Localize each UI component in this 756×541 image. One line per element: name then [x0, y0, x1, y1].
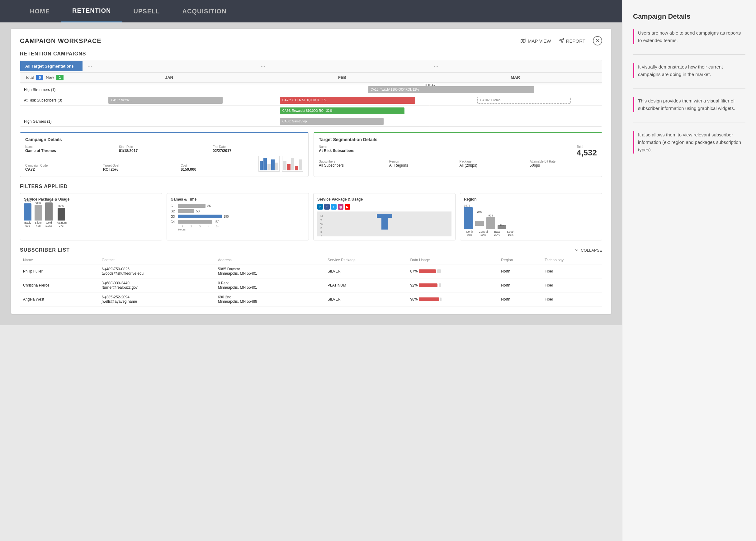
- subscriber-section: SUBSCRIBER LIST COLLAPSE Name Contact Ad…: [20, 247, 602, 306]
- filter-card-title-1: Service Package & Usage: [24, 197, 158, 202]
- month-feb: FEB: [256, 74, 429, 81]
- youtube-icon[interactable]: ▶: [345, 204, 350, 210]
- col-name: Name: [20, 256, 99, 265]
- nav-upsell[interactable]: UPSELL: [122, 0, 171, 22]
- map-icon: [520, 38, 526, 44]
- bit-rate-label: Attainable Bit Rate: [530, 160, 597, 163]
- subscriber-name-1: Philip Fuller: [20, 265, 99, 278]
- bar-ca66[interactable]: CA66: Rewards/ $10,000/ ROI: 32%: [280, 108, 404, 114]
- campaign-row-high-streamers: High Streamers (1) CA13: Twitch/ $100,00…: [20, 84, 602, 95]
- start-label: Start Date: [119, 145, 209, 149]
- col-contact: Contact: [99, 256, 215, 265]
- bar-ca72[interactable]: CA72: G.O.T/ $150,000/ R... 5%: [280, 97, 415, 104]
- campaign-workspace: CAMPAIGN WORKSPACE MAP VIEW REPORT ✕ RET…: [11, 29, 611, 314]
- goal-label: Target Goal: [103, 164, 178, 167]
- col-package: Service Package: [324, 256, 407, 265]
- filter-card-region: Region 1972 245 978: [460, 193, 602, 241]
- subscriber-table: Name Contact Address Service Package Dat…: [20, 256, 602, 306]
- workspace-title: CAMPAIGN WORKSPACE: [20, 37, 102, 45]
- col-region: Region: [498, 256, 542, 265]
- map-view-btn[interactable]: MAP VIEW: [520, 38, 551, 44]
- bar-ca80[interactable]: CA80: GameStop...: [280, 118, 384, 125]
- subscriber-region-2: North: [498, 278, 542, 292]
- sidebar-text-3: This design provides them with a visual …: [638, 97, 745, 112]
- row-label-high-gamers: High Gamers (1): [20, 119, 83, 124]
- subscriber-usage-1: 87%: [407, 265, 498, 278]
- cost-value: $150,000: [181, 167, 255, 172]
- subscriber-name-3: Angela West: [20, 292, 99, 306]
- nav-retention[interactable]: RETENTION: [61, 0, 122, 22]
- collapse-icon: [574, 248, 579, 252]
- nav-acquisition[interactable]: ACQUISITION: [171, 0, 237, 22]
- bit-rate-value: 50bps: [530, 163, 597, 168]
- subscriber-title: SUBSCRIBER LIST: [20, 247, 70, 253]
- filter-card-games: Games & Time G1 86 G2 50: [167, 193, 309, 241]
- report-btn[interactable]: REPORT: [559, 38, 585, 44]
- subscriber-region-1: North: [498, 265, 542, 278]
- twitter-icon[interactable]: t: [331, 204, 337, 210]
- target-name-label: Name: [319, 145, 354, 149]
- subscriber-contact-1: 6-(489)750-0826 twoods@shuffledrive.edu: [99, 265, 215, 278]
- retention-campaigns: RETENTION CAMPAIGNS All Target Segmentat…: [20, 51, 602, 177]
- subscriber-package-3: SILVER: [324, 292, 407, 306]
- subscriber-tech-1: Fiber: [542, 265, 602, 278]
- month-mar: MAR: [429, 74, 602, 81]
- month-jan: JAN: [83, 74, 256, 81]
- campaign-details-box: Campaign Details Name Game of Thrones St…: [20, 132, 309, 177]
- campaign-details-title: Campaign Details: [25, 137, 303, 142]
- subscriber-row-1: Philip Fuller 6-(489)750-0826 twoods@shu…: [20, 265, 602, 278]
- seg-dots-2[interactable]: ···: [256, 60, 270, 72]
- row-label-at-risk: At Risk Subscribers (3): [20, 98, 83, 103]
- subscriber-address-1: 5085 Daystar Minneapolis, MN 55401: [215, 265, 324, 278]
- subscriber-contact-3: 6-(335)252-2094 jwells@ayaveg.name: [99, 292, 215, 306]
- filter-card-title-3: Service Package & Usage: [317, 197, 452, 202]
- retention-title: RETENTION CAMPAIGNS: [20, 51, 602, 57]
- sidebar-pink-bar-3: [633, 97, 634, 112]
- subscriber-package-1: SILVER: [324, 265, 407, 278]
- bar-ca102[interactable]: CA102: Promo...: [477, 97, 571, 104]
- bar-ca13[interactable]: CA13: Twitch/ $100,000/ ROI: 12%: [368, 86, 534, 93]
- subscriber-contact-2: 3-(688)039-3440 rturner@realbuzz.gov: [99, 278, 215, 292]
- nav-home[interactable]: HOME: [19, 0, 61, 22]
- col-address: Address: [215, 256, 324, 265]
- total-label: Total: [25, 75, 34, 80]
- segmentation-tab[interactable]: All Target Segmentations: [20, 61, 83, 71]
- sidebar-text-4: It also allows them to view relevant sub…: [638, 131, 745, 154]
- facebook-icon[interactable]: f: [324, 204, 330, 210]
- top-nav: HOME RETENTION UPSELL ACQUISITION: [0, 0, 622, 22]
- linkedin-icon[interactable]: in: [317, 204, 323, 210]
- sidebar-text-1: Users are now able to send campaigns as …: [638, 29, 745, 44]
- subscriber-address-3: 690 2nd Minneapolis, MN 55488: [215, 292, 324, 306]
- total-count-badge: 6: [36, 75, 43, 80]
- seg-dots-1[interactable]: ···: [83, 60, 97, 72]
- right-sidebar: Campaign Details Users are now able to s…: [622, 0, 756, 541]
- subscriber-region-3: North: [498, 292, 542, 306]
- new-count-badge: 1: [56, 75, 64, 80]
- region-label: Region: [389, 160, 457, 163]
- package-label: Package: [460, 160, 527, 163]
- instagram-icon[interactable]: ig: [338, 204, 343, 210]
- region-value: All Regions: [389, 163, 457, 168]
- target-details-title: Target Segmentation Details: [319, 137, 597, 142]
- start-value: 01/18/2017: [119, 149, 209, 153]
- campaign-row-rewards: CA66: Rewards/ $10,000/ ROI: 32%: [20, 105, 602, 116]
- sidebar-pink-bar-4: [633, 131, 634, 154]
- bar-cas2[interactable]: CAS2: Netflix...: [108, 97, 222, 104]
- row-label-high-streamers: High Streamers (1): [20, 88, 83, 92]
- subscribers-value: All Subscribers: [319, 163, 386, 168]
- collapse-btn[interactable]: COLLAPSE: [574, 248, 602, 253]
- code-label: Campaign Code: [25, 164, 100, 167]
- close-btn[interactable]: ✕: [593, 36, 602, 46]
- end-value: 02/27/2017: [213, 149, 303, 153]
- filters-title: FILTERS APPLIED: [20, 184, 602, 189]
- report-icon: [559, 38, 564, 44]
- new-label: New: [46, 75, 54, 80]
- subscriber-name-2: Christina Pierce: [20, 278, 99, 292]
- filter-card-social: Service Package & Usage in f t ig ▶: [313, 193, 456, 241]
- target-total-value: 4,532: [576, 149, 597, 157]
- seg-dots-3[interactable]: ···: [429, 60, 443, 72]
- col-tech: Technology: [542, 256, 602, 265]
- sidebar-text-2: It visually demonstrates how their curre…: [638, 63, 745, 78]
- cost-label: Cost: [181, 164, 255, 167]
- target-name-value: At Risk Subscribers: [319, 149, 354, 153]
